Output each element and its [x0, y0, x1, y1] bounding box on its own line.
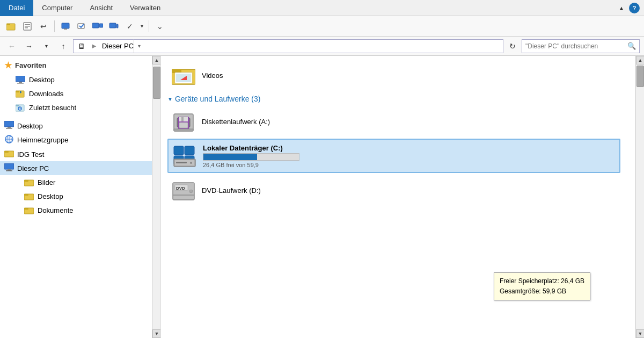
sidebar-item-desktop-group[interactable]: Desktop — [0, 119, 152, 133]
folder-bilder-icon — [24, 177, 34, 188]
content-scrollbar[interactable]: ▲ ▼ — [635, 56, 644, 338]
address-path: Dieser PC — [102, 42, 134, 50]
toolbar-undo-icon[interactable]: ↩ — [36, 19, 50, 33]
nav-dropdown-button[interactable]: ▾ — [39, 39, 54, 54]
toolbar-icon-1[interactable] — [58, 19, 72, 33]
toolbar-new-folder-icon[interactable] — [4, 19, 18, 33]
sidebar-dokumente-label: Dokumente — [38, 206, 73, 214]
list-item-videos[interactable]: Videos — [167, 60, 620, 90]
svg-rect-55 — [174, 129, 193, 131]
toolbar-properties-icon[interactable] — [20, 19, 34, 33]
content-scroll-up[interactable]: ▲ — [636, 56, 644, 64]
up-button[interactable]: ↑ — [56, 39, 71, 54]
svg-rect-63 — [176, 162, 187, 163]
list-item-dvd[interactable]: DVD DVD-Laufwerk (D:) — [167, 175, 620, 205]
sidebar-desktop-group-label: Desktop — [17, 122, 43, 130]
sidebar-item-downloads[interactable]: Downloads — [0, 87, 152, 100]
svg-rect-4 — [25, 26, 30, 27]
main-layout: ★ Favoriten Desktop Downloads — [0, 56, 644, 338]
toolbar-icon-4[interactable] — [107, 19, 121, 33]
back-button[interactable]: ← — [4, 39, 19, 54]
star-icon: ★ — [4, 60, 12, 70]
sidebar: ★ Favoriten Desktop Downloads — [0, 56, 161, 338]
content-scroll-thumb[interactable] — [636, 66, 644, 87]
sidebar-favorites-header[interactable]: ★ Favoriten — [0, 58, 152, 73]
sidebar-dieser-pc-label: Dieser PC — [17, 164, 49, 172]
toolbar-icon-2[interactable] — [75, 19, 89, 33]
sidebar-scroll-thumb[interactable] — [153, 67, 160, 99]
search-input[interactable] — [525, 42, 627, 50]
toolbar-dropdown-icon[interactable]: ▾ — [139, 19, 145, 33]
menu-bar-right: ▲ ? — [616, 3, 644, 13]
toolbar-customize-icon[interactable]: ⌄ — [153, 19, 167, 33]
tooltip-line1: Freier Speicherplatz: 26,4 GB — [500, 276, 584, 286]
toolbar-icon-5[interactable]: ✓ — [123, 19, 137, 33]
svg-rect-43 — [24, 208, 28, 210]
drive-c-info: Lokaler Datenträger (C:) 26,4 GB frei vo… — [203, 144, 299, 168]
svg-rect-3 — [25, 24, 30, 25]
menu-tab-verwalten[interactable]: Verwalten — [121, 0, 169, 16]
list-item-drive-c[interactable]: Lokaler Datenträger (C:) 26,4 GB frei vo… — [167, 139, 620, 173]
sidebar-desktop-fav-label: Desktop — [29, 76, 55, 84]
menu-tab-datei[interactable]: Datei — [0, 0, 33, 16]
svg-rect-28 — [6, 128, 12, 129]
list-item-floppy[interactable]: Diskettenlaufwerk (A:) — [167, 106, 620, 136]
search-field[interactable]: 🔍 — [522, 39, 640, 53]
refresh-button[interactable]: ↻ — [506, 39, 519, 53]
sidebar-favorites-label: Favoriten — [15, 61, 47, 69]
folder-dokumente-icon — [24, 205, 34, 215]
sidebar-item-desktop-sub[interactable]: Desktop — [0, 189, 152, 203]
network-icon — [4, 135, 14, 145]
svg-rect-67 — [173, 195, 194, 196]
svg-rect-14 — [16, 76, 25, 82]
svg-rect-22 — [16, 105, 19, 106]
toolbar-sep-2 — [149, 20, 149, 32]
floppy-drive-icon — [171, 109, 196, 134]
svg-rect-39 — [24, 180, 28, 182]
address-chevron-icon[interactable]: ▾ — [134, 39, 144, 53]
sidebar-item-dokumente[interactable]: Dokumente — [0, 203, 152, 217]
svg-rect-57 — [185, 146, 194, 155]
sidebar-item-bilder[interactable]: Bilder — [0, 175, 152, 189]
sidebar-item-idgtest[interactable]: IDG Test — [0, 147, 152, 161]
sidebar-bilder-label: Bilder — [38, 178, 55, 186]
sidebar-item-heimnetzgruppe[interactable]: Heimnetzgruppe — [0, 133, 152, 147]
sidebar-downloads-label: Downloads — [29, 90, 63, 98]
address-field[interactable]: 🖥 ► Dieser PC ▾ — [73, 39, 503, 53]
menu-tab-ansicht[interactable]: Ansicht — [81, 0, 121, 16]
sidebar-scrollbar[interactable]: ▲ ▼ — [152, 56, 160, 338]
section-devices-drives[interactable]: ▼ Geräte und Laufwerke (3) — [167, 95, 620, 103]
content-area: Videos ▼ Geräte und Laufwerke (3) — [161, 56, 635, 338]
svg-rect-13 — [116, 24, 118, 28]
videos-label: Videos — [202, 71, 223, 80]
sidebar-scroll-up[interactable]: ▲ — [152, 56, 161, 64]
svg-rect-36 — [8, 169, 11, 170]
sidebar-item-recent[interactable]: Zuletzt besucht — [0, 100, 152, 114]
menu-tab-computer[interactable]: Computer — [33, 0, 81, 16]
drive-c-icon — [172, 143, 197, 169]
drive-c-size: 26,4 GB frei von 59,9 — [203, 162, 299, 168]
sidebar-item-desktop-fav[interactable]: Desktop — [0, 73, 152, 87]
svg-rect-35 — [4, 163, 14, 169]
help-icon[interactable]: ? — [629, 3, 640, 13]
svg-rect-18 — [16, 91, 19, 92]
sidebar-item-dieser-pc[interactable]: Dieser PC — [0, 161, 152, 175]
dieser-pc-icon — [4, 163, 14, 173]
menu-collapse-icon[interactable]: ▲ — [616, 3, 627, 13]
sidebar-content: ★ Favoriten Desktop Downloads — [0, 56, 160, 219]
drive-c-progress-fill — [203, 154, 257, 160]
svg-rect-16 — [17, 83, 24, 84]
svg-text:DVD: DVD — [176, 186, 185, 191]
folder-idg-icon — [4, 149, 14, 159]
sidebar-scroll-down[interactable]: ▼ — [152, 329, 161, 338]
recent-icon — [15, 102, 26, 113]
svg-rect-9 — [92, 23, 99, 28]
svg-rect-7 — [64, 28, 67, 30]
forward-button[interactable]: → — [21, 39, 36, 54]
sidebar-idgtest-label: IDG Test — [17, 150, 44, 159]
svg-rect-53 — [181, 117, 184, 121]
content-scroll-down[interactable]: ▼ — [636, 329, 644, 338]
dvd-label: DVD-Laufwerk (D:) — [202, 186, 261, 195]
toolbar-icon-3[interactable] — [91, 19, 105, 33]
content-scroll-track — [636, 64, 644, 329]
